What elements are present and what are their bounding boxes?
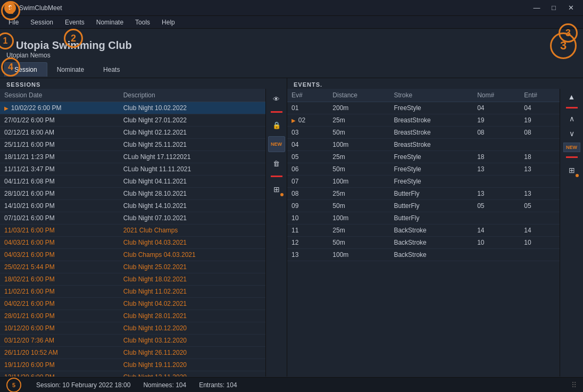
session-date-cell: 18/02/21 6:00 PM: [0, 273, 119, 286]
delete-session-button[interactable]: [269, 155, 285, 171]
session-row[interactable]: 25/11/21 6:00 PMClub Night 25.11.2021: [0, 139, 265, 151]
session-date-cell: 12/11/20 6:00 PM: [0, 371, 119, 377]
event-row[interactable]: 07100mFreeStyle: [287, 176, 560, 188]
session-row[interactable]: 03/12/20 7:36 AMClub Night 03.12.2020: [0, 335, 265, 347]
event-row[interactable]: 10100mButterFly: [287, 212, 560, 224]
event-row[interactable]: ▶ 0225mBreastStroke1919: [287, 114, 560, 127]
scroll-up-button[interactable]: ▲: [564, 91, 579, 103]
ev-num-cell: 12: [287, 237, 328, 249]
session-row[interactable]: 10/12/20 6:00 PMClub Night 10.12.2020: [0, 322, 265, 335]
maximize-button[interactable]: □: [546, 2, 562, 14]
event-row[interactable]: 0825mButterFly1313: [287, 188, 560, 200]
tab-session[interactable]: Session: [4, 62, 47, 77]
menu-help[interactable]: Help: [156, 18, 180, 27]
db-icon-button[interactable]: ⊞: [269, 181, 285, 197]
session-row[interactable]: 25/02/21 5:44 PMClub Night 25.02.2021: [0, 261, 265, 273]
session-desc-cell: CLub Nught 11.11.2021: [119, 163, 265, 176]
tab-heats[interactable]: Heats: [94, 63, 129, 77]
distance-cell: 25m: [328, 114, 389, 127]
session-row[interactable]: 19/11/20 6:00 PMClub Night 19.11.2020: [0, 359, 265, 371]
events-table-container[interactable]: Ev# Distance Stroke Nom# Ent# 01200mFree…: [287, 89, 560, 377]
ev-num-cell: 04: [287, 139, 328, 151]
nom-cell: 04: [473, 102, 520, 114]
menu-nominate[interactable]: Nominate: [91, 18, 129, 27]
resize-handle: ⠿: [571, 381, 577, 389]
ent-cell: 04: [520, 102, 560, 114]
ent-cell: [520, 212, 560, 224]
session-row[interactable]: 12/11/20 6:00 PMClub Night 12.11.2020: [0, 371, 265, 377]
session-row[interactable]: 28/10/21 6:00 PMClub Night 28.10.2021: [0, 188, 265, 200]
event-row[interactable]: 0950mButterFly0505: [287, 200, 560, 212]
title-bar-title: SwimClubMeet: [19, 4, 62, 12]
menu-file[interactable]: File: [3, 18, 24, 27]
event-row[interactable]: 0525mFreeStyle1818: [287, 151, 560, 163]
session-row[interactable]: 04/03/21 6:00 PMClub Champs 04.03.2021: [0, 249, 265, 261]
session-date-cell: 04/11/21 6:08 PM: [0, 176, 119, 188]
sessions-table-container[interactable]: Session Date Description ▶ 10/02/22 6:00…: [0, 89, 265, 377]
nom-cell: 18: [473, 151, 520, 163]
view-icon-button[interactable]: [269, 91, 285, 107]
ev-num-cell: 10: [287, 212, 328, 224]
event-row[interactable]: 1250mBackStroke1010: [287, 237, 560, 249]
app-logo: S: [4, 2, 16, 14]
session-desc-cell: Club Night 10.12.2020: [119, 322, 265, 335]
session-row[interactable]: 18/02/21 6:00 PMClub Night 18.02.2021: [0, 273, 265, 286]
stroke-cell: BackStroke: [389, 237, 473, 249]
ent-cell: 18: [520, 151, 560, 163]
status-badge-row: 5: [6, 378, 23, 393]
session-date-cell: 11/11/21 3:47 PM: [0, 163, 119, 176]
event-row[interactable]: 0650mFreeStyle1313: [287, 163, 560, 176]
session-row[interactable]: 28/01/21 6:00 PMClub Night 28.01.2021: [0, 310, 265, 322]
events-panel: EVENTS. Ev# Distance Stroke Nom# Ent# 01: [287, 78, 583, 377]
event-row[interactable]: 1125mBackStroke1414: [287, 224, 560, 237]
close-button[interactable]: ✕: [563, 2, 579, 14]
session-row[interactable]: 11/02/21 6:00 PMClub Night 11.02.2021: [0, 286, 265, 298]
menu-session[interactable]: Session: [25, 18, 59, 27]
sessions-header: SESSIONS: [0, 78, 287, 89]
minimize-button[interactable]: —: [529, 2, 545, 14]
session-desc-cell: Club Night 03.12.2020: [119, 335, 265, 347]
session-row[interactable]: 18/11/21 1:23 PMCLub Night 17.1122021: [0, 151, 265, 163]
session-row[interactable]: ▶ 10/02/22 6:00 PMClub Night 10.02.2022: [0, 102, 265, 114]
session-desc-cell: Club Night 04.11.2021: [119, 176, 265, 188]
app-header: 1 Utopia Swimming Club Utopian Nemos 3: [0, 29, 583, 61]
nom-cell: 05: [473, 200, 520, 212]
user-name: Utopian Nemos: [6, 52, 132, 59]
session-row[interactable]: 11/11/21 3:47 PMCLub Nught 11.11.2021: [0, 163, 265, 176]
session-desc-cell: Club Night 02.12.2021: [119, 127, 265, 139]
title-bar-controls: — □ ✕: [529, 2, 579, 14]
events-db-button[interactable]: ⊞: [564, 162, 580, 178]
session-date-cell: 04/03/21 6:00 PM: [0, 249, 119, 261]
session-row[interactable]: 14/10/21 6:00 PMClub Night 14.10.2021: [0, 200, 265, 212]
menu-events[interactable]: Events: [60, 18, 90, 27]
event-row[interactable]: 04100mBreastStroke: [287, 139, 560, 151]
sessions-table-wrapper: Session Date Description ▶ 10/02/22 6:00…: [0, 89, 287, 377]
distance-cell: 50m: [328, 200, 389, 212]
event-row[interactable]: 0350mBreastStroke0808: [287, 127, 560, 139]
session-date-cell: 25/02/21 5:44 PM: [0, 261, 119, 273]
lock-icon-button[interactable]: [269, 117, 285, 133]
nom-cell: 10: [473, 237, 520, 249]
ev-num-cell: 05: [287, 151, 328, 163]
col-stroke: Stroke: [389, 89, 473, 102]
session-row[interactable]: 27/01/22 6:00 PMClub Night 27.01.2022: [0, 114, 265, 127]
events-up-button[interactable]: ∧: [564, 113, 579, 124]
distance-cell: 50m: [328, 237, 389, 249]
event-row[interactable]: 01200mFreeStyle0404: [287, 102, 560, 114]
new-event-button[interactable]: NEW: [563, 143, 580, 152]
menu-tools[interactable]: Tools: [130, 18, 155, 27]
session-row[interactable]: 04/11/21 6:08 PMClub Night 04.11.2021: [0, 176, 265, 188]
session-row[interactable]: 04/02/21 6:00 PMClub Night 04.02.2021: [0, 298, 265, 310]
session-row[interactable]: 11/03/21 6:00 PM2021 Club Champs: [0, 224, 265, 237]
tab-nominate[interactable]: Nominate: [47, 63, 94, 77]
event-row[interactable]: 13100mBackStroke: [287, 249, 560, 261]
session-row[interactable]: 26/11/20 10:52 AMClub Night 26.11.2020: [0, 347, 265, 359]
session-date-cell: 04/03/21 6:00 PM: [0, 237, 119, 249]
events-down-button[interactable]: ∨: [564, 128, 579, 139]
session-desc-cell: Club Night 25.02.2021: [119, 261, 265, 273]
session-row[interactable]: 07/10/21 6:00 PMClub Night 07.10.2021: [0, 212, 265, 224]
new-session-button[interactable]: NEW: [268, 136, 285, 152]
nom-cell: 13: [473, 188, 520, 200]
session-row[interactable]: 02/12/21 8:00 AMClub Night 02.12.2021: [0, 127, 265, 139]
session-row[interactable]: 04/03/21 6:00 PMClub Night 04.03.2021: [0, 237, 265, 249]
